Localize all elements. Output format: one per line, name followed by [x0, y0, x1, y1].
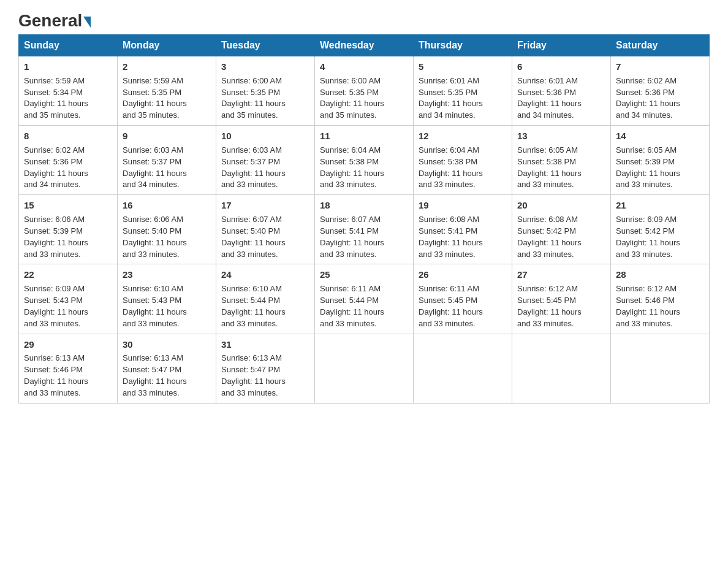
day-number: 16: [123, 199, 211, 212]
calendar-week-row: 8Sunrise: 6:02 AMSunset: 5:36 PMDaylight…: [19, 126, 710, 195]
day-number: 8: [24, 129, 112, 143]
day-info: Sunrise: 6:07 AMSunset: 5:40 PMDaylight:…: [221, 215, 286, 259]
calendar-cell: 4Sunrise: 6:00 AMSunset: 5:35 PMDaylight…: [315, 56, 414, 126]
calendar-cell: 1Sunrise: 5:59 AMSunset: 5:34 PMDaylight…: [19, 56, 118, 126]
day-number: 24: [221, 268, 309, 282]
calendar-table: SundayMondayTuesdayWednesdayThursdayFrid…: [18, 34, 710, 404]
calendar-cell: 16Sunrise: 6:06 AMSunset: 5:40 PMDayligh…: [118, 195, 216, 264]
header-cell-friday: Friday: [512, 35, 611, 56]
calendar-cell: 6Sunrise: 6:01 AMSunset: 5:36 PMDaylight…: [512, 56, 611, 126]
day-number: 5: [419, 60, 507, 74]
day-info: Sunrise: 6:05 AMSunset: 5:39 PMDaylight:…: [616, 145, 680, 190]
calendar-cell: 12Sunrise: 6:04 AMSunset: 5:38 PMDayligh…: [414, 126, 512, 195]
day-info: Sunrise: 6:10 AMSunset: 5:43 PMDaylight:…: [123, 284, 187, 328]
day-number: 7: [616, 60, 704, 74]
day-number: 17: [221, 199, 309, 212]
day-info: Sunrise: 6:07 AMSunset: 5:41 PMDaylight:…: [320, 215, 384, 259]
calendar-cell: 27Sunrise: 6:12 AMSunset: 5:45 PMDayligh…: [512, 264, 611, 334]
day-info: Sunrise: 5:59 AMSunset: 5:34 PMDaylight:…: [24, 76, 88, 120]
calendar-week-row: 1Sunrise: 5:59 AMSunset: 5:34 PMDaylight…: [19, 56, 710, 126]
calendar-cell: 8Sunrise: 6:02 AMSunset: 5:36 PMDaylight…: [19, 126, 118, 195]
calendar-cell: 25Sunrise: 6:11 AMSunset: 5:44 PMDayligh…: [315, 264, 414, 334]
day-number: 3: [221, 60, 309, 74]
header-cell-sunday: Sunday: [19, 35, 118, 56]
calendar-cell: 14Sunrise: 6:05 AMSunset: 5:39 PMDayligh…: [611, 126, 710, 195]
day-number: 28: [616, 268, 704, 282]
day-number: 21: [616, 199, 704, 212]
calendar-cell: 2Sunrise: 5:59 AMSunset: 5:35 PMDaylight…: [118, 56, 216, 126]
day-info: Sunrise: 6:12 AMSunset: 5:46 PMDaylight:…: [616, 284, 680, 328]
day-number: 15: [24, 199, 112, 212]
calendar-cell: [414, 334, 512, 403]
calendar-cell: 21Sunrise: 6:09 AMSunset: 5:42 PMDayligh…: [611, 195, 710, 264]
logo-top: General: [18, 12, 91, 29]
day-info: Sunrise: 6:13 AMSunset: 5:46 PMDaylight:…: [24, 353, 88, 397]
day-number: 10: [221, 129, 309, 143]
header-cell-monday: Monday: [118, 35, 216, 56]
calendar-cell: 31Sunrise: 6:13 AMSunset: 5:47 PMDayligh…: [216, 334, 315, 403]
calendar-cell: [315, 334, 414, 403]
day-number: 2: [123, 60, 211, 74]
calendar-cell: 13Sunrise: 6:05 AMSunset: 5:38 PMDayligh…: [512, 126, 611, 195]
calendar-cell: [512, 334, 611, 403]
day-info: Sunrise: 6:00 AMSunset: 5:35 PMDaylight:…: [320, 76, 384, 120]
day-info: Sunrise: 6:01 AMSunset: 5:36 PMDaylight:…: [517, 76, 582, 120]
logo-general: General: [18, 11, 82, 30]
day-info: Sunrise: 6:04 AMSunset: 5:38 PMDaylight:…: [419, 145, 483, 190]
day-info: Sunrise: 6:03 AMSunset: 5:37 PMDaylight:…: [123, 145, 187, 190]
calendar-cell: 24Sunrise: 6:10 AMSunset: 5:44 PMDayligh…: [216, 264, 315, 334]
header-cell-thursday: Thursday: [414, 35, 512, 56]
calendar-cell: 9Sunrise: 6:03 AMSunset: 5:37 PMDaylight…: [118, 126, 216, 195]
day-info: Sunrise: 5:59 AMSunset: 5:35 PMDaylight:…: [123, 76, 187, 120]
header-cell-wednesday: Wednesday: [315, 35, 414, 56]
day-number: 23: [123, 268, 211, 282]
calendar-cell: [611, 334, 710, 403]
calendar-cell: 26Sunrise: 6:11 AMSunset: 5:45 PMDayligh…: [414, 264, 512, 334]
header: General: [18, 12, 710, 28]
day-number: 11: [320, 129, 408, 143]
calendar-cell: 19Sunrise: 6:08 AMSunset: 5:41 PMDayligh…: [414, 195, 512, 264]
calendar-cell: 7Sunrise: 6:02 AMSunset: 5:36 PMDaylight…: [611, 56, 710, 126]
calendar-cell: 30Sunrise: 6:13 AMSunset: 5:47 PMDayligh…: [118, 334, 216, 403]
day-number: 6: [517, 60, 605, 74]
day-info: Sunrise: 6:11 AMSunset: 5:44 PMDaylight:…: [320, 284, 384, 328]
day-info: Sunrise: 6:02 AMSunset: 5:36 PMDaylight:…: [616, 76, 680, 120]
day-info: Sunrise: 6:09 AMSunset: 5:43 PMDaylight:…: [24, 284, 88, 328]
day-info: Sunrise: 6:05 AMSunset: 5:38 PMDaylight:…: [517, 145, 582, 190]
day-number: 1: [24, 60, 112, 74]
calendar-cell: 10Sunrise: 6:03 AMSunset: 5:37 PMDayligh…: [216, 126, 315, 195]
day-number: 4: [320, 60, 408, 74]
calendar-cell: 3Sunrise: 6:00 AMSunset: 5:35 PMDaylight…: [216, 56, 315, 126]
day-number: 18: [320, 199, 408, 212]
day-info: Sunrise: 6:02 AMSunset: 5:36 PMDaylight:…: [24, 145, 88, 190]
day-info: Sunrise: 6:06 AMSunset: 5:40 PMDaylight:…: [123, 215, 187, 259]
calendar-cell: 29Sunrise: 6:13 AMSunset: 5:46 PMDayligh…: [19, 334, 118, 403]
day-info: Sunrise: 6:00 AMSunset: 5:35 PMDaylight:…: [221, 76, 286, 120]
day-number: 31: [221, 338, 309, 351]
calendar-cell: 17Sunrise: 6:07 AMSunset: 5:40 PMDayligh…: [216, 195, 315, 264]
day-number: 30: [123, 338, 211, 351]
calendar-cell: 23Sunrise: 6:10 AMSunset: 5:43 PMDayligh…: [118, 264, 216, 334]
day-info: Sunrise: 6:11 AMSunset: 5:45 PMDaylight:…: [419, 284, 483, 328]
calendar-cell: 20Sunrise: 6:08 AMSunset: 5:42 PMDayligh…: [512, 195, 611, 264]
calendar-cell: 15Sunrise: 6:06 AMSunset: 5:39 PMDayligh…: [19, 195, 118, 264]
day-number: 13: [517, 129, 605, 143]
day-info: Sunrise: 6:09 AMSunset: 5:42 PMDaylight:…: [616, 215, 680, 259]
day-number: 29: [24, 338, 112, 351]
day-info: Sunrise: 6:13 AMSunset: 5:47 PMDaylight:…: [123, 353, 187, 397]
header-cell-tuesday: Tuesday: [216, 35, 315, 56]
logo: General: [18, 12, 91, 28]
calendar-cell: 5Sunrise: 6:01 AMSunset: 5:35 PMDaylight…: [414, 56, 512, 126]
day-number: 12: [419, 129, 507, 143]
day-number: 20: [517, 199, 605, 212]
day-info: Sunrise: 6:08 AMSunset: 5:41 PMDaylight:…: [419, 215, 483, 259]
day-info: Sunrise: 6:12 AMSunset: 5:45 PMDaylight:…: [517, 284, 582, 328]
day-number: 27: [517, 268, 605, 282]
calendar-cell: 18Sunrise: 6:07 AMSunset: 5:41 PMDayligh…: [315, 195, 414, 264]
calendar-cell: 11Sunrise: 6:04 AMSunset: 5:38 PMDayligh…: [315, 126, 414, 195]
calendar-cell: 28Sunrise: 6:12 AMSunset: 5:46 PMDayligh…: [611, 264, 710, 334]
day-info: Sunrise: 6:03 AMSunset: 5:37 PMDaylight:…: [221, 145, 286, 190]
day-info: Sunrise: 6:10 AMSunset: 5:44 PMDaylight:…: [221, 284, 286, 328]
day-info: Sunrise: 6:08 AMSunset: 5:42 PMDaylight:…: [517, 215, 582, 259]
calendar-week-row: 22Sunrise: 6:09 AMSunset: 5:43 PMDayligh…: [19, 264, 710, 334]
